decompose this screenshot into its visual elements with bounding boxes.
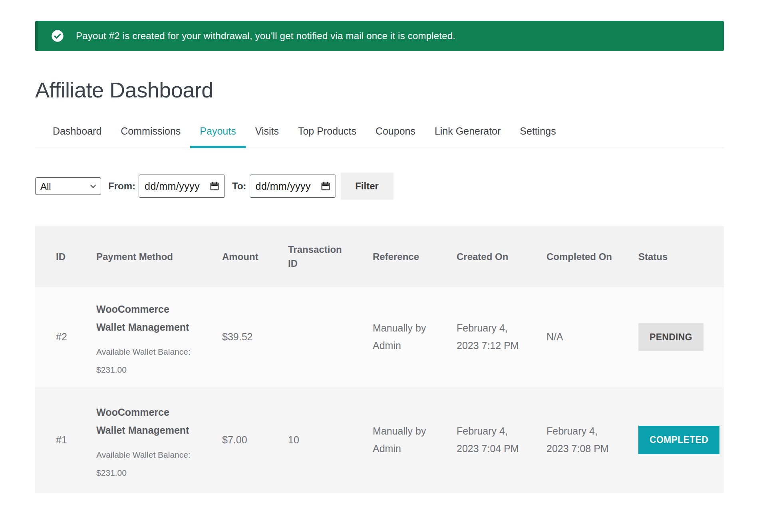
payment-method-name: WooCommerce Wallet Management <box>96 403 193 439</box>
status-cell: PENDING <box>623 287 724 387</box>
payout-amount: $7.00 <box>207 387 273 493</box>
payout-amount: $39.52 <box>207 287 273 387</box>
column-header-created-on: Created On <box>441 226 531 287</box>
payment-method-cell: WooCommerce Wallet Management Available … <box>81 387 207 493</box>
payout-reference: Manually by Admin <box>358 387 441 493</box>
filter-button[interactable]: Filter <box>341 173 393 200</box>
to-date-field <box>250 175 336 198</box>
completed-on: N/A <box>531 287 623 387</box>
column-header-transaction-id: Transaction ID <box>273 226 358 287</box>
filter-bar: All From: To: <box>35 172 724 200</box>
check-circle-icon <box>51 30 64 42</box>
payout-type-select-control[interactable]: All <box>35 177 101 195</box>
table-header-row: ID Payment Method Amount Transaction ID … <box>35 226 724 287</box>
payout-type-select[interactable]: All <box>35 177 101 195</box>
completed-on: February 4, 2023 7:08 PM <box>531 387 623 493</box>
transaction-id: 10 <box>273 387 358 493</box>
column-header-payment-method: Payment Method <box>81 226 207 287</box>
payment-method-cell: WooCommerce Wallet Management Available … <box>81 287 207 387</box>
column-header-completed-on: Completed On <box>531 226 623 287</box>
tab-settings[interactable]: Settings <box>510 125 565 148</box>
tabs-nav: Dashboard Commissions Payouts Visits Top… <box>35 125 724 147</box>
tab-top-products[interactable]: Top Products <box>288 125 366 148</box>
status-cell: COMPLETED <box>623 387 724 493</box>
success-notice: Payout #2 is created for your withdrawal… <box>35 21 724 51</box>
payout-row: #2 WooCommerce Wallet Management Availab… <box>35 287 724 387</box>
to-date-input[interactable] <box>250 175 336 198</box>
status-badge: COMPLETED <box>638 426 719 454</box>
tab-commissions[interactable]: Commissions <box>111 125 190 148</box>
payout-reference: Manually by Admin <box>358 287 441 387</box>
column-header-id: ID <box>35 226 81 287</box>
wallet-balance-label: Available Wallet Balance: <box>96 347 199 356</box>
from-date-input[interactable] <box>139 175 225 198</box>
column-header-status: Status <box>623 226 724 287</box>
wallet-balance-value: $231.00 <box>96 365 199 374</box>
from-date-field <box>139 175 225 198</box>
payout-id: #2 <box>35 287 81 387</box>
tab-coupons[interactable]: Coupons <box>366 125 425 148</box>
tab-visits[interactable]: Visits <box>246 125 288 148</box>
payout-id: #1 <box>35 387 81 493</box>
payout-row: #1 WooCommerce Wallet Management Availab… <box>35 387 724 493</box>
to-date-label: To: <box>232 181 246 192</box>
page-title: Affiliate Dashboard <box>35 77 724 102</box>
tab-link-generator[interactable]: Link Generator <box>425 125 510 148</box>
column-header-reference: Reference <box>358 226 441 287</box>
notice-message: Payout #2 is created for your withdrawal… <box>76 30 455 42</box>
payment-method-name: WooCommerce Wallet Management <box>96 300 193 336</box>
tab-dashboard[interactable]: Dashboard <box>43 125 111 148</box>
column-header-amount: Amount <box>207 226 273 287</box>
created-on: February 4, 2023 7:12 PM <box>441 287 531 387</box>
affiliate-dashboard-page: Payout #2 is created for your withdrawal… <box>35 0 724 493</box>
created-on: February 4, 2023 7:04 PM <box>441 387 531 493</box>
wallet-balance-value: $231.00 <box>96 468 199 477</box>
payouts-table: ID Payment Method Amount Transaction ID … <box>35 226 724 493</box>
from-date-label: From: <box>108 181 135 192</box>
status-badge: PENDING <box>638 323 703 351</box>
transaction-id <box>273 287 358 387</box>
wallet-balance-label: Available Wallet Balance: <box>96 451 199 459</box>
tab-payouts[interactable]: Payouts <box>190 125 245 148</box>
